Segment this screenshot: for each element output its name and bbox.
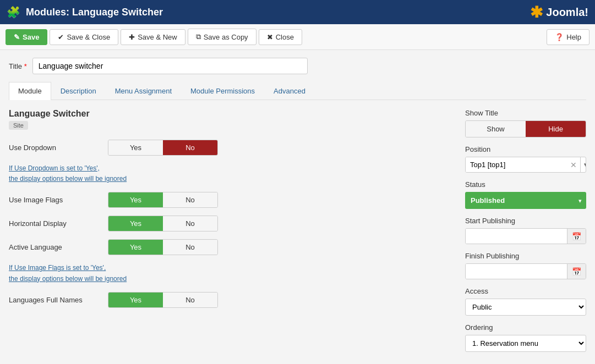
tab-advanced[interactable]: Advanced: [264, 82, 315, 100]
save-icon: ✎: [14, 33, 20, 41]
horizontal-display-row: Horizontal Display Yes No: [9, 216, 454, 231]
finish-publishing-section: Finish Publishing 📅: [465, 252, 586, 279]
main-content: Title * Module Description Menu Assignme…: [0, 50, 595, 364]
save-button[interactable]: ✎ Save: [6, 29, 47, 45]
module-section-title: Language Switcher: [9, 109, 454, 119]
save-new-button[interactable]: ✚ Save & New: [121, 29, 185, 45]
horizontal-display-label: Horizontal Display: [9, 219, 108, 228]
finish-publishing-wrap: 📅: [465, 263, 586, 279]
joomla-brand: Joomla!: [546, 6, 588, 19]
horizontal-display-yes[interactable]: Yes: [108, 216, 163, 231]
copy-icon: ⧉: [196, 32, 201, 41]
use-dropdown-no[interactable]: No: [163, 140, 217, 155]
save-copy-button[interactable]: ⧉ Save as Copy: [188, 29, 256, 45]
ordering-label: Ordering: [465, 323, 586, 332]
show-title-hide-btn[interactable]: Hide: [526, 121, 586, 137]
site-badge: Site: [9, 121, 28, 130]
ordering-section: Ordering 1. Reservation menu: [465, 323, 586, 352]
check-icon: ✔: [58, 33, 64, 41]
languages-full-names-no[interactable]: No: [163, 293, 217, 307]
close-button[interactable]: ✖ Close: [259, 29, 302, 45]
page-title: Modules: Language Switcher: [26, 7, 163, 18]
app-header: 🧩 Modules: Language Switcher ✱ Joomla!: [0, 0, 595, 24]
title-input[interactable]: [32, 58, 308, 74]
start-publishing-wrap: 📅: [465, 228, 586, 244]
position-dropdown-button[interactable]: ▾: [580, 157, 586, 172]
use-image-flags-label: Use Image Flags: [9, 196, 108, 204]
flags-notice: If Use Image Flags is set to 'Yes', the …: [9, 263, 454, 284]
use-image-flags-no[interactable]: No: [163, 192, 217, 207]
use-dropdown-row: Use Dropdown Yes No: [9, 140, 454, 156]
active-language-yes[interactable]: Yes: [108, 240, 163, 255]
joomla-star-icon: ✱: [530, 3, 543, 21]
title-label: Title *: [9, 62, 27, 70]
required-indicator: *: [24, 62, 27, 70]
access-section: Access Public Guest Registered Special S…: [465, 287, 586, 316]
main-layout: Language Switcher Site Use Dropdown Yes …: [9, 109, 586, 360]
start-publishing-calendar-button[interactable]: 📅: [567, 229, 586, 244]
toolbar: ✎ Save ✔ Save & Close ✚ Save & New ⧉ Sav…: [0, 24, 595, 50]
module-icon: 🧩: [7, 5, 20, 19]
active-language-row: Active Language Yes No: [9, 239, 454, 255]
use-dropdown-yes[interactable]: Yes: [108, 140, 163, 155]
joomla-logo: ✱ Joomla!: [530, 3, 588, 21]
horizontal-display-no[interactable]: No: [163, 216, 217, 231]
use-dropdown-label: Use Dropdown: [9, 144, 108, 152]
languages-full-names-yes[interactable]: Yes: [108, 293, 163, 307]
status-label: Status: [465, 180, 586, 189]
languages-full-names-row: Languages Full Names Yes No: [9, 292, 454, 308]
tabs-bar: Module Description Menu Assignment Modul…: [9, 82, 586, 100]
active-language-toggle: Yes No: [108, 239, 218, 255]
active-language-label: Active Language: [9, 243, 108, 251]
right-panel: Show Title Show Hide Position ✕ ▾ Status: [465, 109, 586, 360]
tab-module[interactable]: Module: [9, 82, 51, 100]
dropdown-notice: If Use Dropdown is set to 'Yes', the dis…: [9, 163, 454, 184]
use-image-flags-row: Use Image Flags Yes No: [9, 192, 454, 208]
close-icon: ✖: [267, 33, 273, 41]
languages-full-names-label: Languages Full Names: [9, 296, 108, 304]
plus-icon: ✚: [129, 33, 135, 41]
finish-publishing-calendar-button[interactable]: 📅: [567, 264, 586, 279]
help-button[interactable]: ❓ Help: [547, 29, 589, 45]
title-row: Title *: [9, 58, 586, 74]
show-title-toggle: Show Hide: [465, 120, 586, 137]
show-title-section: Show Title Show Hide: [465, 109, 586, 137]
status-select[interactable]: Published Unpublished Trashed: [465, 192, 586, 209]
position-input[interactable]: [466, 157, 567, 172]
finish-publishing-input[interactable]: [466, 264, 567, 279]
use-image-flags-yes[interactable]: Yes: [108, 192, 163, 207]
show-title-show-btn[interactable]: Show: [466, 121, 526, 137]
finish-publishing-label: Finish Publishing: [465, 252, 586, 260]
tab-module-permissions[interactable]: Module Permissions: [181, 82, 264, 100]
status-section: Status Published Unpublished Trashed ▾: [465, 180, 586, 209]
header-left: 🧩 Modules: Language Switcher: [7, 5, 163, 19]
position-label: Position: [465, 145, 586, 153]
access-label: Access: [465, 287, 586, 295]
show-title-label: Show Title: [465, 109, 586, 117]
start-publishing-label: Start Publishing: [465, 217, 586, 225]
left-panel: Language Switcher Site Use Dropdown Yes …: [9, 109, 454, 360]
start-publishing-input[interactable]: [466, 229, 567, 244]
position-clear-button[interactable]: ✕: [567, 157, 580, 172]
tab-menu-assignment[interactable]: Menu Assignment: [106, 82, 181, 100]
start-publishing-section: Start Publishing 📅: [465, 217, 586, 244]
status-select-wrap: Published Unpublished Trashed ▾: [465, 192, 586, 209]
position-section: Position ✕ ▾: [465, 145, 586, 173]
use-image-flags-toggle: Yes No: [108, 192, 218, 208]
tab-description[interactable]: Description: [51, 82, 106, 100]
use-dropdown-toggle: Yes No: [108, 140, 218, 156]
access-select[interactable]: Public Guest Registered Special Super Us…: [465, 299, 586, 316]
languages-full-names-toggle: Yes No: [108, 292, 218, 308]
active-language-no[interactable]: No: [163, 240, 217, 255]
ordering-select[interactable]: 1. Reservation menu: [465, 335, 586, 352]
save-close-button[interactable]: ✔ Save & Close: [50, 29, 118, 45]
horizontal-display-toggle: Yes No: [108, 216, 218, 231]
position-input-wrap: ✕ ▾: [465, 157, 586, 173]
help-icon: ❓: [555, 33, 564, 41]
